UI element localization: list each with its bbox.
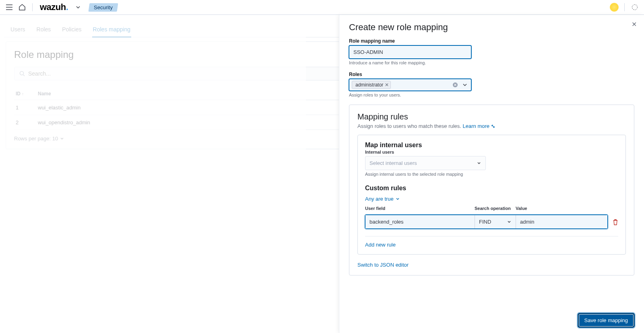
name-help: Introduce a name for this role mapping.: [349, 60, 634, 65]
search-op-select[interactable]: FIND: [475, 215, 516, 228]
add-new-rule-link[interactable]: Add new rule: [365, 242, 396, 248]
delete-rule-icon[interactable]: [613, 219, 618, 226]
close-icon[interactable]: ✕: [632, 21, 637, 28]
home-icon[interactable]: [18, 3, 27, 12]
user-field-input[interactable]: [365, 215, 475, 228]
chevron-down-icon: [477, 161, 481, 166]
header-divider: [32, 3, 33, 11]
roles-help: Assign roles to your users.: [349, 92, 634, 97]
user-field-label: User field: [365, 206, 475, 211]
save-role-mapping-button[interactable]: Save role mapping: [578, 313, 634, 327]
internal-users-label: Internal users: [365, 150, 618, 154]
field-mapping-name: Role mapping name Introduce a name for t…: [349, 38, 634, 65]
svg-point-1: [20, 72, 24, 75]
create-role-mapping-flyout: Create new role mapping ✕ Role mapping n…: [339, 15, 644, 333]
chevron-down-icon: [60, 136, 64, 141]
role-mapping-name-input[interactable]: [349, 45, 471, 59]
switch-json-link[interactable]: Switch to JSON editor: [357, 262, 409, 268]
internal-help: Assign internal users to the selected ro…: [365, 172, 618, 177]
app-logo[interactable]: wazuh.: [40, 2, 68, 12]
svg-point-0: [632, 5, 638, 10]
rule-separator: [365, 236, 618, 236]
tab-roles-mapping[interactable]: Roles mapping: [92, 23, 131, 37]
tab-users[interactable]: Users: [10, 23, 26, 37]
chip-remove-icon[interactable]: ✕: [385, 82, 389, 88]
rule-column-labels: User field Search operation Value: [365, 206, 618, 212]
header-right: [610, 3, 639, 12]
name-label: Role mapping name: [349, 38, 634, 44]
field-roles: Roles administrator ✕ Assign roles to yo…: [349, 72, 634, 97]
tab-roles[interactable]: Roles: [36, 23, 52, 37]
learn-more-link[interactable]: Learn more: [463, 123, 495, 129]
internal-users-select[interactable]: Select internal users: [365, 156, 486, 170]
menu-icon[interactable]: [5, 3, 14, 12]
breadcrumb-security[interactable]: Security: [89, 3, 118, 12]
header-left: wazuh. Security: [5, 2, 118, 12]
header-divider-2: [624, 3, 625, 11]
news-icon[interactable]: [630, 3, 639, 12]
chevron-down-icon[interactable]: [74, 3, 83, 12]
chevron-down-icon: [395, 197, 400, 201]
mapping-rules-panel: Mapping rules Assign roles to users who …: [349, 105, 634, 275]
flyout-body: Role mapping name Introduce a name for t…: [339, 36, 644, 308]
any-true-toggle[interactable]: Any are true: [365, 196, 400, 202]
roles-combobox[interactable]: administrator ✕: [349, 79, 471, 91]
flyout-footer: Save role mapping: [339, 308, 644, 333]
value-label: Value: [516, 206, 618, 211]
chevron-down-icon: [507, 220, 512, 224]
avatar[interactable]: [610, 3, 619, 12]
custom-rules-title: Custom rules: [365, 185, 618, 192]
col-id[interactable]: ID ↑: [16, 91, 38, 97]
clear-icon[interactable]: [452, 82, 458, 88]
flyout-title: Create new role mapping: [349, 22, 634, 33]
map-internal-title: Map internal users: [365, 142, 618, 149]
rules-subtitle: Assign roles to users who match these ru…: [357, 123, 626, 129]
search-icon: [19, 71, 25, 76]
value-input[interactable]: [516, 215, 607, 228]
search-op-label: Search operation: [475, 206, 516, 211]
rules-title: Mapping rules: [357, 112, 626, 121]
roles-label: Roles: [349, 72, 634, 77]
tab-policies[interactable]: Policies: [61, 23, 82, 37]
rules-inner-panel: Map internal users Internal users Select…: [357, 135, 626, 255]
flyout-header: Create new role mapping ✕: [339, 15, 644, 36]
chevron-down-icon[interactable]: [462, 82, 468, 88]
external-link-icon: [491, 124, 495, 128]
app-header: wazuh. Security: [0, 0, 644, 15]
custom-rule-row: FIND: [365, 215, 608, 229]
role-chip: administrator ✕: [352, 81, 391, 89]
rule-row-wrapper: FIND: [365, 212, 618, 229]
